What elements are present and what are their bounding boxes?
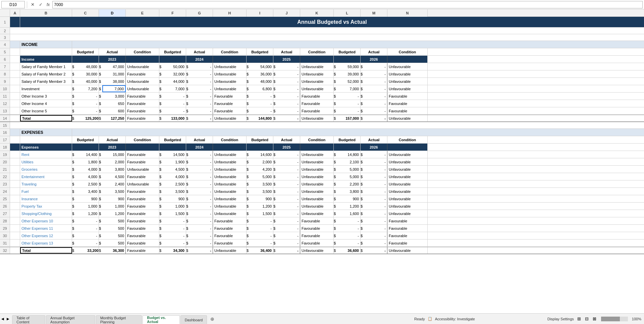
cell-title: Annual Budgeted vs Actual: [20, 17, 644, 27]
cell-e18[interactable]: [126, 144, 159, 151]
row-num-24: 24: [0, 188, 10, 195]
cell-a4[interactable]: [10, 41, 20, 48]
page-break-icon[interactable]: ⊠: [592, 316, 597, 322]
cell-a6[interactable]: [10, 56, 20, 63]
cell-c14-val: 125,200: [77, 115, 99, 121]
fx-label: fx: [45, 2, 51, 7]
col-header-a[interactable]: A: [10, 9, 20, 17]
sheet-tab-annual-budget-assumption[interactable]: Annual Budget Assumption: [46, 315, 95, 324]
normal-view-icon[interactable]: ⊞: [577, 316, 582, 322]
cell-e5-condition: Condition: [126, 48, 159, 55]
cell-e6[interactable]: [126, 56, 159, 63]
cell-a18[interactable]: [10, 144, 20, 151]
cell-h18[interactable]: [213, 144, 247, 151]
cell-j32-val: -: [277, 247, 300, 254]
cell-a16[interactable]: [10, 129, 20, 136]
add-sheet-button[interactable]: ⊕: [209, 316, 216, 322]
cell-c18[interactable]: [72, 144, 99, 151]
cell-h6[interactable]: [213, 56, 247, 63]
sheet-view-icon: 📋: [428, 317, 432, 321]
row-num-1: 1: [0, 17, 10, 27]
cell-g32-val: -: [190, 247, 213, 254]
cell-f32-val: 34,300: [163, 247, 186, 254]
sheet-tab-table-of-content[interactable]: Table of Content: [12, 315, 45, 324]
spreadsheet-area[interactable]: 1 Annual Budgeted vs Actual 2 3 4 INCOME…: [0, 17, 644, 313]
cell-m17: Actual: [361, 136, 387, 143]
cell-f18[interactable]: [159, 144, 186, 151]
cell-g5-actual: Actual: [186, 48, 213, 55]
cell-k14-cond: Unfavourable: [300, 115, 334, 121]
col-header-m[interactable]: M: [361, 9, 387, 17]
zoom-slider[interactable]: [601, 317, 628, 321]
accessibility-text[interactable]: Accessibility: Investigate: [435, 317, 475, 321]
tab-nav-right[interactable]: ▶: [5, 317, 11, 321]
sheet-tabs-container: Table of ContentAnnual Budget Assumption…: [11, 314, 208, 324]
cell-f17: Budgeted: [159, 136, 186, 143]
cancel-formula-button[interactable]: ✕: [29, 1, 36, 8]
data-row-31: 31Other Expenses 13$-$500Favourable$-$-F…: [0, 239, 644, 247]
cell-b17[interactable]: [20, 136, 72, 143]
col-header-n[interactable]: N: [387, 9, 428, 17]
cell-a5[interactable]: [10, 48, 20, 55]
cell-b5[interactable]: [20, 48, 72, 55]
cell-reference-box[interactable]: D10: [1, 1, 25, 8]
bottom-status-bar: ◀ ▶ Table of ContentAnnual Budget Assump…: [0, 313, 644, 324]
sheet-tab-dashboard[interactable]: Dashboard: [180, 315, 207, 324]
row-18: 18 Expenses 2023 2024 2025 2026: [0, 144, 644, 151]
cell-n6[interactable]: [387, 56, 428, 63]
col-header-i[interactable]: I: [247, 9, 273, 17]
cell-a17[interactable]: [10, 136, 20, 143]
col-header-d[interactable]: D: [99, 9, 126, 17]
row-num-31: 31: [0, 239, 10, 247]
cell-l18[interactable]: [334, 144, 361, 151]
formula-input[interactable]: 7000: [52, 1, 643, 8]
cell-m18-2026: 2026: [361, 144, 387, 151]
row-num-9: 9: [0, 78, 10, 85]
col-header-k[interactable]: K: [300, 9, 334, 17]
cell-f6[interactable]: [159, 56, 186, 63]
cell-a1[interactable]: [10, 17, 20, 27]
col-header-h[interactable]: H: [213, 9, 247, 17]
sheet-tab-budget-vs.-actual[interactable]: Budget vs. Actual: [143, 315, 179, 324]
cell-l6[interactable]: [334, 56, 361, 63]
page-layout-icon[interactable]: ⊟: [584, 316, 589, 322]
cell-n18[interactable]: [387, 144, 428, 151]
cell-a32[interactable]: [10, 247, 20, 254]
cell-k6[interactable]: [300, 56, 334, 63]
cell-m14-dollar: $: [361, 115, 364, 121]
col-header-f[interactable]: F: [159, 9, 186, 17]
data-row-11: 11Other Income 3$-$3,000Favourable$-$-Fa…: [0, 93, 644, 100]
row-2: 2: [0, 28, 644, 34]
col-header-j[interactable]: J: [273, 9, 300, 17]
sheet-tab-monthly-budget-planning[interactable]: Monthly Budget Planning: [96, 315, 142, 324]
cell-d32-dollar: $: [99, 247, 102, 254]
cell-c14-dollar: $: [72, 115, 77, 121]
row-num-10: 10: [0, 85, 10, 92]
cell-j14-dollar: $: [273, 115, 277, 121]
cell-k5-condition: Condition: [300, 48, 334, 55]
cell-k18[interactable]: [300, 144, 334, 151]
cell-a14[interactable]: [10, 115, 20, 121]
cell-d14-dollar: $: [99, 115, 102, 121]
col-header-b[interactable]: B: [20, 9, 72, 17]
cell-c6[interactable]: [72, 56, 99, 63]
cell-i6[interactable]: [247, 56, 273, 63]
col-header-e[interactable]: E: [126, 9, 159, 17]
display-settings[interactable]: Display Settings: [547, 317, 574, 321]
confirm-formula-button[interactable]: ✓: [37, 1, 44, 8]
cell-h17: Condition: [213, 136, 247, 143]
col-header-g[interactable]: G: [186, 9, 213, 17]
cell-j18-2025: 2025: [273, 144, 300, 151]
cell-b14-total: Total: [20, 115, 72, 121]
row-num-13: 13: [0, 107, 10, 114]
col-header-l[interactable]: L: [334, 9, 361, 17]
cell-l32-dollar: $: [334, 247, 337, 254]
row-num-19: 19: [0, 151, 10, 158]
tab-nav-left[interactable]: ◀: [0, 317, 5, 321]
data-row-30: 30Other Expenses 12$-$500Favourable$-$-F…: [0, 232, 644, 239]
cell-c32-dollar: $: [72, 247, 77, 254]
cell-i18[interactable]: [247, 144, 273, 151]
row-num-30: 30: [0, 232, 10, 239]
col-header-c[interactable]: C: [72, 9, 99, 17]
cell-i32-dollar: $: [247, 247, 250, 254]
